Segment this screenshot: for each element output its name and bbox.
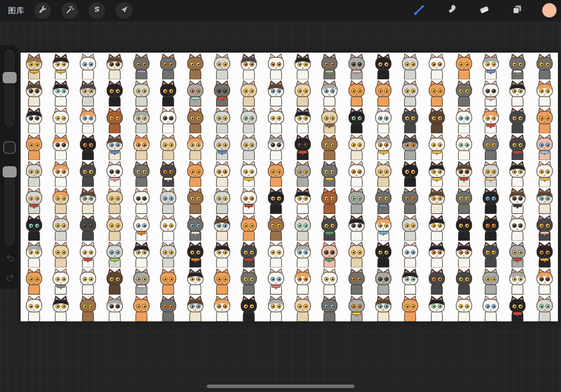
brush-size-handle[interactable] bbox=[3, 72, 17, 83]
cat-illustration bbox=[209, 133, 235, 160]
cat-illustration bbox=[128, 187, 155, 214]
cat-illustration bbox=[47, 241, 74, 267]
cat-illustration bbox=[47, 214, 74, 241]
cat-illustration bbox=[182, 267, 209, 294]
cat-illustration bbox=[75, 267, 101, 294]
cat-illustration bbox=[235, 187, 262, 214]
layers-button[interactable] bbox=[510, 4, 524, 18]
cat-illustration bbox=[423, 214, 450, 241]
cat-illustration bbox=[397, 79, 423, 106]
cat-illustration bbox=[370, 187, 397, 214]
cat-illustration bbox=[451, 295, 477, 321]
cat-illustration bbox=[504, 79, 531, 106]
cat-illustration bbox=[343, 160, 370, 187]
cat-illustration bbox=[75, 214, 101, 241]
active-color-swatch[interactable] bbox=[542, 3, 557, 18]
cat-illustration bbox=[21, 79, 47, 106]
paintbrush-icon bbox=[412, 4, 424, 18]
cat-illustration bbox=[343, 53, 370, 79]
cat-illustration bbox=[289, 267, 316, 294]
cat-illustration bbox=[531, 187, 558, 214]
cat-illustration bbox=[289, 187, 316, 214]
cat-illustration bbox=[101, 295, 128, 321]
adjustments-button[interactable] bbox=[61, 2, 78, 19]
cat-illustration bbox=[343, 295, 370, 321]
cat-illustration bbox=[289, 295, 316, 321]
cat-illustration bbox=[477, 214, 504, 241]
cat-illustration bbox=[451, 214, 477, 241]
cat-illustration bbox=[155, 241, 181, 267]
modify-button[interactable] bbox=[4, 142, 15, 153]
cat-illustration bbox=[155, 133, 181, 160]
cat-illustration bbox=[128, 53, 155, 79]
cat-illustration bbox=[316, 160, 343, 187]
cat-illustration bbox=[316, 214, 343, 241]
cat-illustration bbox=[423, 295, 450, 321]
undo-button[interactable] bbox=[4, 254, 16, 266]
cat-illustration bbox=[289, 53, 316, 79]
redo-icon bbox=[5, 273, 15, 285]
cat-illustration bbox=[504, 295, 531, 321]
drawing-canvas[interactable] bbox=[21, 53, 558, 321]
cat-illustration bbox=[101, 187, 128, 214]
cat-illustration bbox=[209, 187, 235, 214]
cat-illustration bbox=[504, 214, 531, 241]
cat-illustration bbox=[397, 295, 423, 321]
cat-illustration bbox=[343, 214, 370, 241]
cat-illustration bbox=[263, 267, 289, 294]
cat-illustration bbox=[504, 53, 531, 79]
cat-illustration bbox=[21, 107, 47, 133]
cat-illustration bbox=[316, 53, 343, 79]
cat-illustration bbox=[155, 295, 181, 321]
cat-illustration bbox=[235, 53, 262, 79]
cat-illustration bbox=[75, 295, 101, 321]
cat-illustration bbox=[343, 187, 370, 214]
cat-illustration bbox=[531, 241, 558, 267]
opacity-handle[interactable] bbox=[3, 166, 17, 178]
cat-illustration bbox=[75, 53, 101, 79]
cat-illustration bbox=[316, 267, 343, 294]
cat-illustration bbox=[182, 133, 209, 160]
opacity-slider[interactable] bbox=[4, 165, 15, 246]
cat-illustration bbox=[209, 214, 235, 241]
cat-illustration bbox=[370, 160, 397, 187]
cat-illustration bbox=[21, 187, 47, 214]
brush-size-slider[interactable] bbox=[4, 49, 15, 128]
cat-illustration bbox=[263, 160, 289, 187]
cat-illustration bbox=[128, 241, 155, 267]
cat-illustration bbox=[209, 267, 235, 294]
cat-illustration bbox=[343, 241, 370, 267]
cat-illustration bbox=[504, 107, 531, 133]
cat-illustration bbox=[75, 107, 101, 133]
cat-illustration bbox=[128, 295, 155, 321]
cat-illustration bbox=[235, 295, 262, 321]
cat-illustration bbox=[101, 53, 128, 79]
cat-illustration bbox=[101, 241, 128, 267]
brush-tool-button[interactable] bbox=[411, 4, 425, 18]
smudge-tool-button[interactable] bbox=[444, 4, 458, 18]
home-indicator[interactable] bbox=[207, 385, 354, 388]
magic-wand-icon bbox=[65, 5, 75, 16]
cat-illustration bbox=[343, 79, 370, 106]
cat-illustration bbox=[531, 53, 558, 79]
cat-illustration bbox=[531, 214, 558, 241]
smudge-finger-icon bbox=[445, 4, 458, 18]
cat-illustration bbox=[101, 267, 128, 294]
transform-button[interactable] bbox=[116, 2, 132, 19]
cat-illustration bbox=[263, 214, 289, 241]
actions-button[interactable] bbox=[34, 2, 51, 19]
selection-button[interactable] bbox=[89, 2, 105, 19]
cat-illustration bbox=[101, 133, 128, 160]
redo-button[interactable] bbox=[4, 274, 16, 285]
cat-illustration bbox=[504, 187, 531, 214]
cat-illustration bbox=[209, 79, 235, 106]
cat-illustration bbox=[451, 107, 477, 133]
cat-illustration bbox=[101, 107, 128, 133]
cat-illustration bbox=[397, 53, 423, 79]
gallery-button[interactable]: 图库 bbox=[8, 0, 25, 21]
cat-illustration bbox=[477, 187, 504, 214]
eraser-tool-button[interactable] bbox=[477, 4, 491, 18]
cat-illustration bbox=[47, 267, 74, 294]
cat-illustration bbox=[397, 267, 423, 294]
cat-illustration bbox=[263, 241, 289, 267]
